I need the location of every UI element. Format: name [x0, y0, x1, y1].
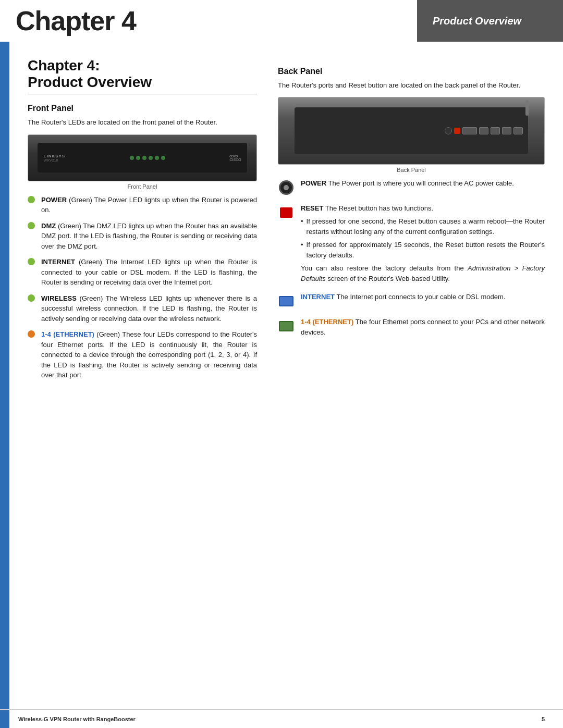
- reset-port-label: RESET: [301, 204, 323, 212]
- reset-bullet-1: If pressed for one second, the Reset but…: [301, 216, 545, 237]
- back-power-port: [445, 127, 452, 134]
- reset-port-icon: [278, 204, 295, 221]
- reset-port-item: RESET The Reset button has two functions…: [278, 203, 545, 284]
- led-internet-item: INTERNET (Green) The Internet LED lights…: [28, 257, 257, 288]
- back-panel-image-inner: [295, 107, 529, 154]
- footer-product-name: Wireless-G VPN Router with RangeBooster: [18, 716, 136, 722]
- front-panel-heading: Front Panel: [28, 104, 257, 113]
- back-panel-description: The Router's ports and Reset button are …: [278, 80, 545, 91]
- led1: [130, 156, 134, 160]
- ethernet-led-dot: [28, 330, 35, 338]
- back-eth1: [479, 127, 488, 134]
- port-list: POWER The Power port is where you will c…: [278, 178, 545, 338]
- power-label: POWER: [41, 196, 67, 204]
- led2: [136, 156, 140, 160]
- admin-menu-path: Administration > Factory Defaults: [301, 264, 545, 282]
- back-panel-caption: Back Panel: [278, 167, 545, 173]
- internet-led-dot: [28, 258, 35, 265]
- internet-port-label: INTERNET: [301, 293, 335, 301]
- internet-led-text: INTERNET (Green) The Internet LED lights…: [41, 257, 257, 288]
- dmz-label: DMZ: [41, 222, 56, 230]
- wireless-led-text: WIRELESS (Green) The Wireless LED lights…: [41, 293, 257, 324]
- led-ethernet-item: 1-4 (ETHERNET) (Green) These four LEDs c…: [28, 329, 257, 380]
- dmz-led-text: DMZ (Green) The DMZ LED lights up when t…: [41, 221, 257, 252]
- power-port-item: POWER The Power port is where you will c…: [278, 178, 545, 196]
- internet-label: INTERNET: [41, 258, 75, 266]
- led-power-item: POWER (Green) The Power LED lights up wh…: [28, 195, 257, 215]
- led-wireless-item: WIRELESS (Green) The Wireless LED lights…: [28, 293, 257, 324]
- back-panel-heading: Back Panel: [278, 67, 545, 76]
- page-footer: Wireless-G VPN Router with RangeBooster …: [0, 709, 563, 728]
- internet-port-text: INTERNET The Internet port connects to y…: [301, 292, 545, 302]
- ethernet-port-label: 1-4 (ETHERNET): [301, 318, 353, 326]
- section-title: Product Overview: [433, 15, 521, 27]
- ethernet-port-text: 1-4 (ETHERNET) The four Ethernet ports c…: [301, 317, 545, 338]
- reset-bullet-2: If pressed for approximately 15 seconds,…: [301, 240, 545, 260]
- power-port-label: POWER: [301, 179, 326, 187]
- wireless-label: WIRELESS: [41, 294, 77, 302]
- wireless-led-dot: [28, 294, 35, 302]
- ethernet-port-icon: [278, 318, 295, 335]
- back-eth4: [513, 127, 523, 134]
- back-internet-port: [462, 127, 477, 134]
- footer-page-number: 5: [542, 716, 545, 722]
- led-dmz-item: DMZ (Green) The DMZ LED lights up when t…: [28, 221, 257, 252]
- header-section: Product Overview: [417, 0, 563, 42]
- restore-note: You can also restore the factory default…: [301, 263, 545, 284]
- panel-brand-logo: LINKSYS WRV210: [44, 154, 66, 162]
- back-reset-port: [454, 128, 460, 134]
- led6: [161, 156, 165, 160]
- power-led-text: POWER (Green) The Power LED lights up wh…: [41, 195, 257, 215]
- cisco-brand: ciscoCISCO: [229, 154, 241, 162]
- led4: [149, 156, 153, 160]
- two-column-layout: Chapter 4: Product Overview Front Panel …: [28, 57, 545, 707]
- internet-port-item: INTERNET The Internet port connects to y…: [278, 292, 545, 310]
- dmz-led-dot: [28, 222, 35, 229]
- front-panel-image: LINKSYS WRV210 ciscoCISCO: [28, 134, 257, 181]
- chapter-title: Chapter 4: Product Overview: [28, 57, 257, 94]
- header-chapter: Chapter 4: [0, 0, 417, 42]
- reset-bullets: If pressed for one second, the Reset but…: [301, 216, 545, 260]
- reset-port-text: RESET The Reset button has two functions…: [301, 203, 545, 284]
- front-panel-description: The Router's LEDs are located on the fro…: [28, 117, 257, 128]
- ethernet-label: 1-4 (ETHERNET): [41, 330, 94, 338]
- led3: [142, 156, 146, 160]
- power-port-icon: [278, 179, 295, 196]
- reset-icon-block: [280, 207, 292, 218]
- right-column: Back Panel The Router's ports and Reset …: [278, 57, 545, 707]
- chapter-number: Chapter 4: [16, 5, 136, 36]
- power-port-text: POWER The Power port is where you will c…: [301, 178, 545, 189]
- back-panel-image: [278, 97, 545, 165]
- page-header: Chapter 4 Product Overview: [0, 0, 563, 42]
- page-body: Chapter 4: Product Overview Front Panel …: [0, 42, 563, 728]
- back-eth3: [502, 127, 511, 134]
- front-panel-caption: Front Panel: [28, 183, 257, 190]
- internet-port-icon: [278, 293, 295, 310]
- power-led-dot: [28, 196, 35, 203]
- back-antenna: [525, 100, 529, 116]
- power-icon-circle: [279, 180, 293, 195]
- left-column: Chapter 4: Product Overview Front Panel …: [28, 57, 257, 707]
- content-area: Chapter 4: Product Overview Front Panel …: [9, 42, 563, 728]
- internet-icon-block: [279, 296, 293, 306]
- front-panel-image-inner: LINKSYS WRV210 ciscoCISCO: [38, 143, 248, 172]
- ethernet-led-text: 1-4 (ETHERNET) (Green) These four LEDs c…: [41, 329, 257, 380]
- led-list: POWER (Green) The Power LED lights up wh…: [28, 195, 257, 380]
- left-accent-bar: [0, 42, 9, 728]
- back-eth2: [491, 127, 500, 134]
- front-panel-leds: [130, 156, 165, 160]
- ethernet-icon-block: [279, 321, 293, 331]
- led5: [155, 156, 159, 160]
- back-panel-ports: [445, 127, 523, 134]
- ethernet-port-item: 1-4 (ETHERNET) The four Ethernet ports c…: [278, 317, 545, 338]
